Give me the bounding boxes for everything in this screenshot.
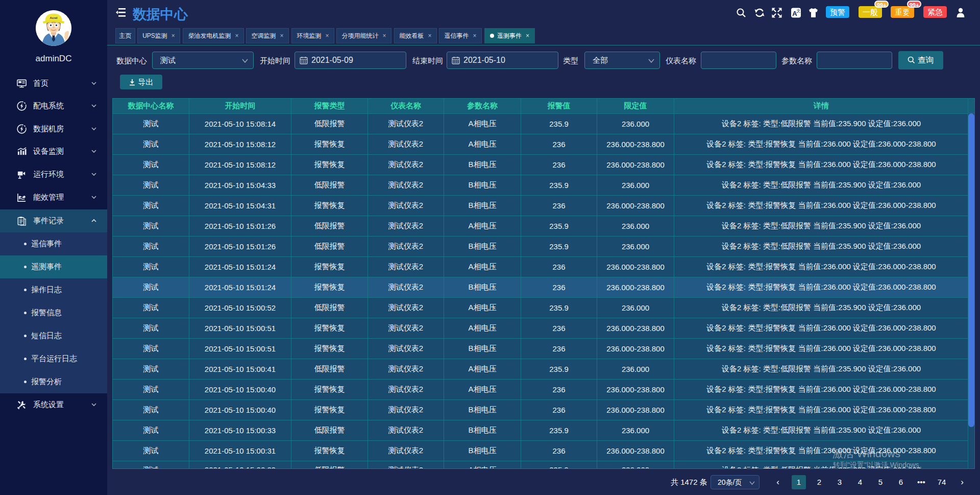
svg-text:文: 文 bbox=[797, 9, 801, 13]
svg-text:Acrel: Acrel bbox=[50, 16, 57, 19]
